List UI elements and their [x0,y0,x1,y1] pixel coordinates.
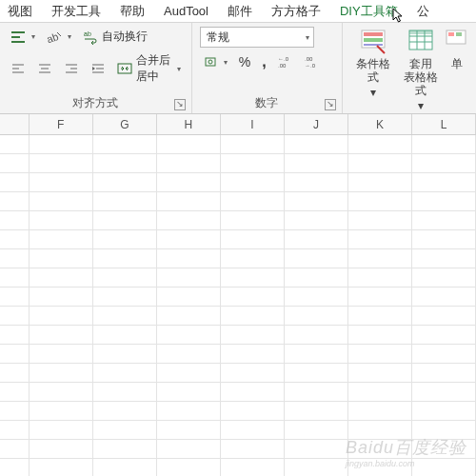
tab-diy-toolbox[interactable]: DIY工具箱 [336,0,402,23]
cell[interactable] [412,173,476,191]
table-format-button[interactable]: 套用 表格格式 ▾ [398,27,444,114]
cell[interactable] [221,230,285,248]
cell[interactable] [0,421,30,439]
cell[interactable] [348,421,412,439]
cell[interactable] [221,154,285,172]
cell[interactable] [93,326,157,344]
cell[interactable] [93,402,157,420]
cell[interactable] [93,230,157,248]
cell[interactable] [157,173,221,191]
cell[interactable] [93,440,157,458]
alignment-dialog-launcher[interactable]: ↘ [174,99,186,110]
cell[interactable] [30,345,93,363]
cell[interactable] [30,288,93,306]
table-row[interactable] [0,192,476,211]
cell[interactable] [285,192,348,210]
cell[interactable] [285,383,348,401]
tab-view[interactable]: 视图 [4,0,36,23]
percent-button[interactable]: % [236,52,253,71]
cell[interactable] [221,135,285,153]
cell[interactable] [157,230,221,248]
cell[interactable] [221,173,285,191]
cell[interactable] [0,230,30,248]
cell[interactable] [157,364,221,382]
cell[interactable] [157,211,221,229]
cell[interactable] [157,135,221,153]
cell[interactable] [157,249,221,268]
cell[interactable] [30,173,93,191]
cell[interactable] [412,135,476,153]
column-header[interactable]: L [412,114,476,134]
table-row[interactable] [0,268,476,288]
cell[interactable] [348,307,412,325]
cell[interactable] [221,307,285,325]
table-row[interactable] [0,249,476,268]
table-row[interactable] [0,364,476,383]
table-row[interactable] [0,211,476,230]
cell[interactable] [157,459,221,476]
cell[interactable] [30,135,93,153]
cell[interactable] [0,249,30,268]
cell[interactable] [348,135,412,153]
cell[interactable] [412,154,476,172]
cell[interactable] [30,383,93,401]
orientation-button[interactable]: ab ▾ [44,28,74,47]
cell[interactable] [285,249,348,268]
cell[interactable] [157,288,221,306]
column-header[interactable]: G [93,114,157,134]
cell[interactable] [157,383,221,401]
table-row[interactable] [0,173,476,192]
cell[interactable] [0,364,30,382]
column-header[interactable]: H [157,114,221,134]
cell[interactable] [30,268,93,287]
cell[interactable] [412,459,476,476]
cell[interactable] [30,307,93,325]
cell[interactable] [30,440,93,458]
cell[interactable] [285,288,348,306]
wrap-text-button[interactable]: ab 自动换行 [80,27,150,47]
conditional-format-button[interactable]: 条件格式 ▾ [350,27,396,101]
cell[interactable] [30,364,93,382]
cell[interactable] [221,459,285,476]
cell[interactable] [93,154,157,172]
cell[interactable] [157,192,221,210]
merge-center-button[interactable]: 合并后居中 ▾ [114,50,184,87]
cell[interactable] [285,345,348,363]
cell[interactable] [93,383,157,401]
cell[interactable] [221,421,285,439]
cell-styles-button[interactable]: 单 [446,27,468,72]
table-row[interactable] [0,307,476,326]
cell[interactable] [348,211,412,229]
cell[interactable] [93,268,157,287]
cell[interactable] [93,192,157,210]
decrease-decimal-button[interactable]: .00→.0 [302,52,323,71]
cell[interactable] [221,383,285,401]
cell[interactable] [30,192,93,210]
cell[interactable] [285,326,348,344]
cell[interactable] [221,402,285,420]
cell[interactable] [285,211,348,229]
cell[interactable] [0,192,30,210]
cell[interactable] [348,268,412,287]
tab-dev-tools[interactable]: 开发工具 [48,0,105,23]
align-h-center-button[interactable] [34,59,55,78]
cell[interactable] [412,345,476,363]
cell[interactable] [221,364,285,382]
cell[interactable] [412,307,476,325]
cell[interactable] [285,230,348,248]
cell[interactable] [0,307,30,325]
cell[interactable] [285,440,348,458]
cell[interactable] [348,364,412,382]
align-top-left-button[interactable]: ▾ [8,28,38,47]
table-row[interactable] [0,440,476,459]
table-row[interactable] [0,383,476,402]
cell[interactable] [412,211,476,229]
cell[interactable] [157,268,221,287]
table-row[interactable] [0,326,476,345]
tab-partial[interactable]: 公 [413,0,433,23]
cell[interactable] [0,135,30,153]
cell[interactable] [0,402,30,420]
cell[interactable] [93,288,157,306]
cell[interactable] [221,192,285,210]
align-h-left-button[interactable] [8,59,29,78]
